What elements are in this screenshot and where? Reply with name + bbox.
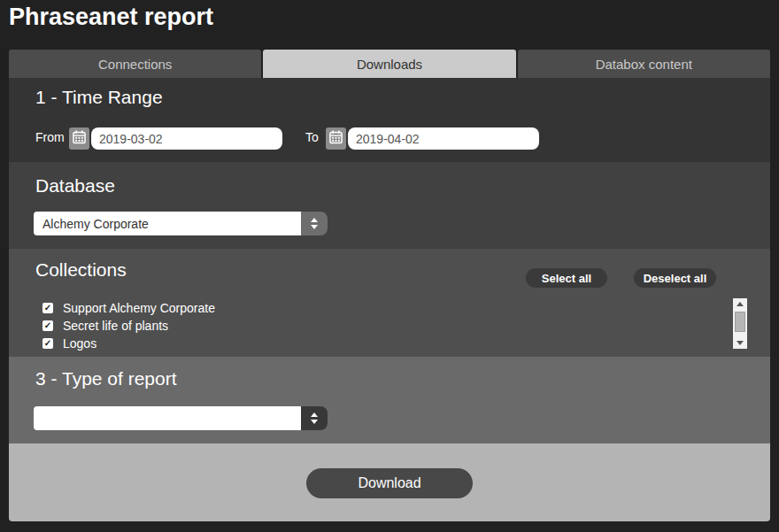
to-date-picker-button[interactable]	[326, 127, 346, 150]
phraseanet-report-window: Phraseanet report Connections Downloads …	[0, 0, 779, 532]
database-select-value: Alchemy Corporate	[34, 212, 301, 235]
tab-connections[interactable]: Connections	[9, 50, 261, 78]
checkbox-checked[interactable]: ✓	[42, 320, 53, 331]
select-all-button[interactable]: Select all	[526, 268, 607, 288]
scroll-up-arrow-icon[interactable]	[737, 302, 744, 306]
calendar-icon	[329, 130, 343, 148]
report-type-select-value	[34, 406, 301, 430]
to-label: To	[305, 130, 319, 144]
deselect-all-button[interactable]: Deselect all	[634, 268, 716, 288]
down-arrow-icon	[311, 420, 318, 424]
section-time-range: 1 - Time Range From To	[9, 78, 770, 162]
collection-row: ✓ Logos	[42, 337, 96, 350]
collection-label[interactable]: Support Alchemy Corporate	[63, 301, 215, 315]
from-date-picker-button[interactable]	[69, 127, 89, 150]
up-down-arrows-icon[interactable]	[301, 406, 328, 430]
scroll-down-arrow-icon[interactable]	[737, 341, 744, 345]
database-select[interactable]: Alchemy Corporate	[34, 212, 328, 235]
collection-label[interactable]: Secret life of plants	[63, 319, 168, 333]
footer: Download	[9, 443, 770, 521]
page-title: Phraseanet report	[9, 4, 213, 31]
collection-row: ✓ Secret life of plants	[42, 320, 168, 332]
collections-scrollbar[interactable]	[733, 298, 747, 349]
tab-bar: Connections Downloads Databox content	[9, 50, 770, 78]
calendar-icon	[73, 130, 86, 148]
down-arrow-icon	[311, 225, 318, 229]
up-arrow-icon	[311, 412, 318, 417]
scrollbar-thumb[interactable]	[735, 312, 745, 332]
collections-heading: Collections	[35, 259, 127, 281]
report-type-select[interactable]	[34, 406, 328, 430]
up-down-arrows-icon[interactable]	[301, 212, 328, 235]
tab-downloads[interactable]: Downloads	[263, 50, 515, 78]
type-of-report-heading: 3 - Type of report	[35, 368, 177, 389]
collection-label[interactable]: Logos	[63, 336, 96, 351]
database-heading: Database	[35, 175, 115, 197]
section-collections: Collections Select all Deselect all ✓ Su…	[9, 249, 770, 357]
to-date-input[interactable]	[348, 127, 539, 150]
from-date-input[interactable]	[91, 127, 282, 150]
tab-databox-content[interactable]: Databox content	[518, 50, 770, 78]
from-label: From	[35, 130, 65, 144]
section-database: Database Alchemy Corporate	[9, 162, 770, 249]
up-arrow-icon	[311, 218, 318, 222]
time-range-heading: 1 - Time Range	[35, 87, 163, 108]
checkbox-checked[interactable]: ✓	[42, 338, 53, 349]
checkbox-checked[interactable]: ✓	[42, 303, 53, 313]
download-button[interactable]: Download	[306, 468, 473, 498]
collection-row: ✓ Support Alchemy Corporate	[42, 302, 215, 314]
section-type-of-report: 3 - Type of report	[9, 357, 770, 443]
